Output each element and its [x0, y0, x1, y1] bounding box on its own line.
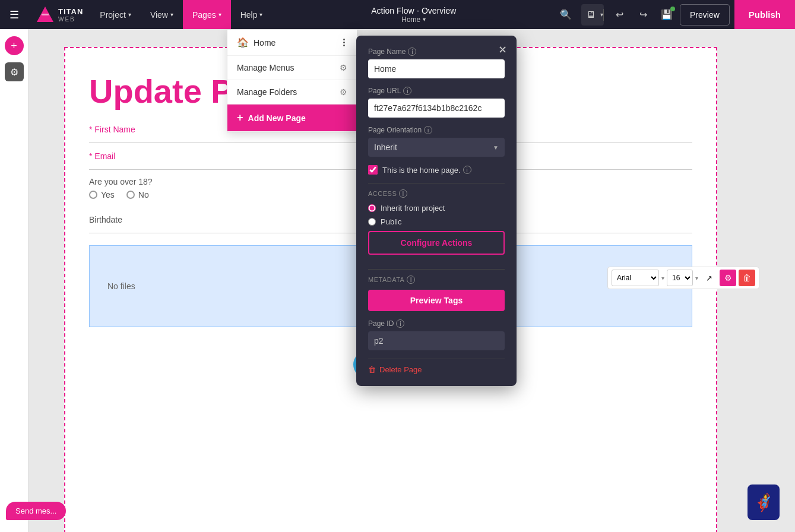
- mascot: 🦸: [748, 484, 783, 526]
- page-modal: ✕ Page Name i Page URL i Page Orientatio…: [356, 36, 517, 386]
- pages-dropdown: 🏠 Home Manage Menus ⚙ Manage Folders ⚙ +…: [227, 29, 357, 132]
- first-name-label: * First Name: [89, 125, 135, 134]
- plus-icon: +: [11, 40, 17, 52]
- is-home-info-icon: i: [463, 166, 471, 174]
- hamburger-menu[interactable]: ☰: [0, 8, 28, 21]
- page-url-info-icon: i: [403, 87, 411, 95]
- plus-icon: +: [237, 112, 243, 124]
- right-toolbar: Arial ▾ 16 ▾ ↗ ⚙ 🗑: [607, 267, 759, 289]
- preview-button[interactable]: Preview: [680, 4, 730, 26]
- preview-tags-button[interactable]: Preview Tags: [368, 290, 505, 311]
- mascot-body: 🦸: [748, 484, 780, 520]
- modal-divider-2: [368, 269, 505, 270]
- chevron-down-icon: ▾: [218, 11, 221, 18]
- project-title: Action Flow - Overview: [371, 6, 456, 15]
- page-orientation-select[interactable]: Inherit Portrait Landscape: [368, 138, 505, 157]
- configure-actions-button[interactable]: Configure Actions: [368, 231, 505, 255]
- delete-page-button[interactable]: 🗑 Delete Page: [368, 365, 505, 374]
- page-title[interactable]: Home ▾: [401, 15, 426, 24]
- radio-circle-yes: [89, 191, 97, 199]
- chevron-down-icon: ▾: [695, 275, 698, 281]
- navbar-center: Action Flow - Overview Home ▾: [272, 6, 555, 24]
- page-id-input: [368, 331, 505, 350]
- desktop-icon[interactable]: 🖥: [581, 4, 600, 26]
- gear-icon: ⚙: [10, 66, 18, 78]
- chevron-down-icon: ▾: [259, 11, 262, 18]
- page-name-info-icon: i: [408, 48, 416, 56]
- gear-icon: ⚙: [340, 87, 347, 97]
- logo-sub: WEB: [58, 16, 83, 23]
- publish-button[interactable]: Publish: [734, 0, 795, 29]
- page-url-label: Page URL: [368, 87, 401, 95]
- page-item-manage-menus-label: Manage Menus: [237, 63, 294, 72]
- settings-icon-button[interactable]: ⚙: [720, 270, 736, 286]
- nav-menu: Project ▾ View ▾ Pages ▾ Help ▾: [90, 0, 272, 29]
- access-public-radio[interactable]: [368, 218, 376, 226]
- external-link-button[interactable]: ↗: [701, 270, 717, 286]
- metadata-section-label: METADATA i: [368, 276, 505, 284]
- page-orientation-label: Page Orientation: [368, 126, 422, 134]
- nav-view[interactable]: View ▾: [141, 0, 183, 29]
- left-sidebar: + ⚙: [0, 29, 28, 532]
- nav-help[interactable]: Help ▾: [231, 0, 273, 29]
- page-url-input[interactable]: [368, 99, 505, 118]
- no-files-label: No files: [107, 281, 135, 291]
- is-home-row: This is the home page. i: [368, 165, 505, 175]
- email-label: * Email: [89, 151, 115, 161]
- gear-icon: ⚙: [340, 63, 347, 72]
- save-button[interactable]: 💾: [656, 4, 677, 26]
- logo-icon: [36, 5, 55, 24]
- hamburger-icon: ☰: [9, 8, 19, 21]
- device-selector: 🖥 ▾: [581, 4, 604, 26]
- chevron-down-icon: ▾: [128, 11, 131, 18]
- page-url-field: Page URL i: [368, 87, 505, 118]
- page-item-manage-menus[interactable]: Manage Menus ⚙: [227, 56, 357, 80]
- settings-button[interactable]: ⚙: [5, 62, 24, 81]
- chat-bubble[interactable]: Send mes...: [6, 502, 66, 520]
- add-element-button[interactable]: +: [5, 36, 24, 55]
- close-icon: ✕: [498, 43, 507, 56]
- undo-button[interactable]: ↩: [609, 4, 630, 26]
- nav-pages[interactable]: Pages ▾: [183, 0, 231, 29]
- page-name-input[interactable]: [368, 59, 505, 78]
- radio-circle-no: [126, 191, 135, 199]
- page-dots-button[interactable]: [341, 37, 347, 48]
- access-inherit-label: Inherit from project: [381, 204, 445, 213]
- add-new-page-button[interactable]: + Add New Page: [227, 104, 357, 132]
- radio-yes: Yes: [89, 190, 115, 200]
- svg-rect-1: [42, 14, 49, 15]
- page-name-label: Page Name: [368, 48, 406, 56]
- access-inherit-row: Inherit from project: [368, 204, 505, 213]
- font-size-select[interactable]: 16: [667, 270, 693, 286]
- font-family-select[interactable]: Arial: [612, 270, 659, 286]
- access-public-row: Public: [368, 217, 505, 226]
- no-label: No: [138, 190, 149, 200]
- chevron-down-icon: ▾: [423, 16, 426, 23]
- access-inherit-radio[interactable]: [368, 204, 376, 212]
- search-button[interactable]: 🔍: [555, 4, 577, 26]
- page-item-manage-folders[interactable]: Manage Folders ⚙: [227, 80, 357, 104]
- delete-button[interactable]: 🗑: [739, 270, 755, 286]
- modal-close-button[interactable]: ✕: [495, 43, 509, 57]
- add-new-page-label: Add New Page: [248, 113, 306, 123]
- page-id-info-icon: i: [396, 319, 404, 328]
- modal-divider-3: [368, 359, 505, 359]
- page-item-home[interactable]: 🏠 Home: [227, 30, 357, 56]
- radio-no: No: [126, 190, 149, 200]
- redo-button[interactable]: ↪: [632, 4, 654, 26]
- page-item-manage-folders-label: Manage Folders: [237, 87, 297, 97]
- logo: TITAN WEB: [28, 5, 90, 24]
- page-orientation-field: Page Orientation i Inherit Portrait Land…: [368, 126, 505, 157]
- modal-divider-1: [368, 183, 505, 183]
- device-divider: [603, 9, 604, 21]
- page-id-field: Page ID i: [368, 319, 505, 350]
- nav-project[interactable]: Project ▾: [90, 0, 141, 29]
- birthdate-label: Birthdate: [89, 215, 122, 224]
- page-id-label: Page ID: [368, 319, 394, 328]
- chevron-down-icon: ▾: [170, 11, 173, 18]
- home-icon: 🏠: [237, 37, 249, 48]
- page-name-field: Page Name i: [368, 48, 505, 78]
- access-section-label: ACCESS i: [368, 189, 505, 198]
- logo-text: TITAN: [58, 7, 83, 16]
- is-home-checkbox[interactable]: [368, 165, 378, 175]
